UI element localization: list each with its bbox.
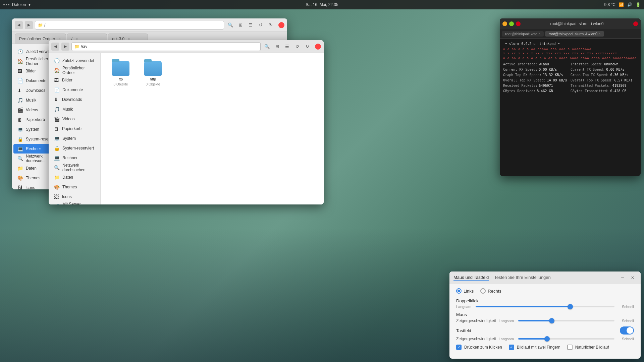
ms-min-button[interactable]: − — [619, 274, 627, 282]
fm2-list-button[interactable]: ☰ — [283, 42, 291, 51]
fm2-path-bar[interactable]: 📁 /srv — [71, 42, 261, 51]
folder-http[interactable]: http 0 Objekte — [140, 60, 166, 87]
download-icon2: ⬇ — [54, 97, 59, 102]
fm2-sidebar-zuletzt[interactable]: 🕐 Zuletzt verwendet — [50, 56, 99, 65]
folder-http-icon — [144, 61, 162, 76]
term-tab-etc[interactable]: root@thinkpad: /etc × — [502, 31, 544, 37]
term-tab-slurm[interactable]: root@thinkpad: slurm -i wlan0 × — [545, 31, 604, 37]
sound-icon: 🔊 — [627, 2, 632, 7]
fm2-back2-button[interactable]: ↺ — [293, 42, 302, 51]
fm-back-button[interactable]: ◀ — [15, 21, 23, 29]
fm2-sidebar-system[interactable]: 💻 System — [50, 134, 99, 143]
ms-tab-testen[interactable]: Testen Sie Ihre Einstellungen — [494, 275, 550, 281]
fm2-toolbar-icons: 🔍 ⊞ ☰ ↺ ↻ — [263, 42, 312, 51]
fm-forward-button[interactable]: ▶ — [25, 21, 33, 29]
fm-back2-button[interactable]: ↺ — [256, 21, 265, 29]
image-icon2: 🖼 — [54, 77, 59, 83]
term-close-button[interactable] — [516, 21, 521, 26]
natuerlich-checkbox[interactable] — [567, 345, 573, 350]
folder-ftp[interactable]: ftp 0 Objekte — [107, 60, 134, 87]
fm2-sidebar-bilder[interactable]: 🖼 Bilder — [50, 75, 99, 85]
term-close-button2[interactable] — [633, 21, 638, 26]
ms-close-button[interactable]: × — [629, 274, 637, 282]
overall-rx: Overall Top RX Speed: 14.09 KB/s — [503, 78, 570, 83]
fm2-sidebar-mitserver[interactable]: 🔗 Mit Server verbinden — [50, 202, 99, 204]
fm2-sidebar-netzwerk[interactable]: 🔍 Netzwerk durchsuchen — [50, 163, 99, 172]
term-tabs: root@thinkpad: /etc × root@thinkpad: slu… — [500, 29, 641, 39]
fm2-back-button[interactable]: ◀ — [51, 43, 59, 51]
ms-langsam-1: Langsam — [456, 305, 473, 309]
ms-maus-section: Maus Zeigergeschwindigkeit Langsam Schne… — [456, 312, 634, 323]
dot3 — [8, 4, 9, 5]
trash-icon2: 🗑 — [54, 126, 59, 131]
fm2-sidebar-dokumente[interactable]: 📄 Dokumente — [50, 85, 99, 95]
fm2-sidebar-rechner[interactable]: 💻 Rechner — [50, 153, 99, 163]
fm2-sidebar-papierkorb[interactable]: 🗑 Papierkorb — [50, 124, 99, 133]
fm-path-bar[interactable]: 📁 / — [35, 21, 224, 29]
fm2-grid-button[interactable]: ⊞ — [273, 42, 281, 51]
home-icon: 🏠 — [17, 59, 23, 64]
fm2-search-button[interactable]: 🔍 — [263, 42, 271, 51]
current-tx: Current TX Speed: 0.00 KB/s — [571, 67, 637, 72]
fm-grid-button[interactable]: ⊞ — [236, 21, 245, 29]
rechner-icon2: 💻 — [54, 155, 60, 161]
fm2-sidebar-themes[interactable]: 🎨 Themes — [50, 182, 99, 192]
ms-tab-maus[interactable]: Maus und Tastfeld — [453, 275, 489, 281]
topbar-app-label[interactable]: Dateien — [12, 2, 26, 7]
fm-forward2-button[interactable]: ↻ — [266, 21, 275, 29]
fm2-titlebar: ◀ ▶ 📁 /srv 🔍 ⊞ ☰ ↺ ↻ — [49, 40, 324, 53]
fm-search-button[interactable]: 🔍 — [226, 21, 235, 29]
term-min-button[interactable] — [502, 21, 507, 26]
current-rx: Current RX Speed: 0.00 KB/s — [503, 67, 570, 72]
tastfeld-toggle[interactable] — [620, 326, 634, 335]
fm2-sidebar-videos[interactable]: 🎬 Videos — [50, 114, 99, 124]
topbar: Dateien ▾ Sa, 16. Mai, 22:35 9,3 °C 📶 🔊 … — [0, 0, 644, 9]
gbytes-transmitted: GBytes Transmitted: 0.428 GB — [571, 89, 637, 94]
clock-icon: 🕐 — [17, 49, 23, 54]
fm2-sidebar-persoenlich[interactable]: 🏠 Persönlicher Ordner — [50, 66, 99, 75]
fm2-sidebar-musik[interactable]: 🎵 Musik — [50, 105, 99, 114]
doppelklick-slider[interactable] — [476, 306, 614, 307]
fm2-forward2-button[interactable]: ↻ — [303, 42, 312, 51]
theme-icon2: 🎨 — [54, 184, 60, 190]
network-icon: 🔍 — [17, 156, 23, 161]
term-title-label: root@thinkpad: slurm -i wlan0 — [523, 21, 631, 26]
fm2-sidebar-downloads[interactable]: ⬇ Downloads — [50, 95, 99, 104]
fm-list-button[interactable]: ☰ — [246, 21, 255, 29]
fm2-sidebar-icons[interactable]: 🖼 Icons — [50, 192, 99, 201]
topbar-menu-arrow: ▾ — [29, 2, 31, 7]
ms-body: Links Rechts Doppelklick Langsam Schnell… — [449, 284, 641, 359]
fm2-close-button[interactable] — [315, 44, 321, 50]
topbar-app-menu[interactable] — [3, 4, 9, 5]
radio-rechts[interactable]: Rechts — [480, 288, 501, 294]
bildlauf-checkbox[interactable]: ✓ — [509, 345, 514, 350]
fm2-forward-button[interactable]: ▶ — [61, 43, 69, 51]
folder-icon2: 📁 — [17, 166, 23, 171]
clock-icon2: 🕐 — [54, 58, 60, 63]
dot1 — [3, 4, 5, 5]
ms-tastfeld-title: Tastfeld — [456, 328, 483, 333]
dot2 — [6, 4, 7, 5]
path-text: / — [44, 23, 45, 27]
ms-tastfeld-row: Zeigergeschwindigkeit Langsam Schnell — [456, 337, 634, 341]
tastfeld-speed-fill — [518, 338, 547, 340]
tastfeld-speed-slider[interactable] — [518, 338, 614, 340]
term-max-button[interactable] — [509, 21, 514, 26]
received-packets: Received Packets: 6496971 — [503, 83, 570, 88]
bildlauf-label: Bildlauf mit zwei Fingern — [517, 345, 560, 350]
radio-links-circle — [456, 288, 462, 294]
radio-links[interactable]: Links — [456, 288, 474, 294]
battery-icon: 🔋 — [636, 2, 641, 7]
video-icon2: 🎬 — [54, 116, 60, 122]
ms-langsam-3: Langsam — [499, 337, 516, 341]
fm-close-button[interactable] — [278, 22, 284, 28]
maus-speed-slider[interactable] — [518, 320, 614, 321]
fm2-sidebar-daten[interactable]: 📁 Daten — [50, 173, 99, 182]
fm2-body: 🕐 Zuletzt verwendet 🏠 Persönlicher Ordne… — [49, 53, 324, 204]
transmitted-packets: Transmitted Packets: 4193569 — [571, 83, 637, 88]
wifi-icon: 📶 — [619, 2, 624, 7]
term-tab-slurm-close[interactable]: × — [599, 32, 601, 36]
fm2-sidebar-systemres[interactable]: 🔒 System-reserviert — [50, 143, 99, 153]
term-tab-etc-close[interactable]: × — [539, 32, 541, 36]
druecken-checkbox[interactable]: ✓ — [456, 345, 462, 350]
